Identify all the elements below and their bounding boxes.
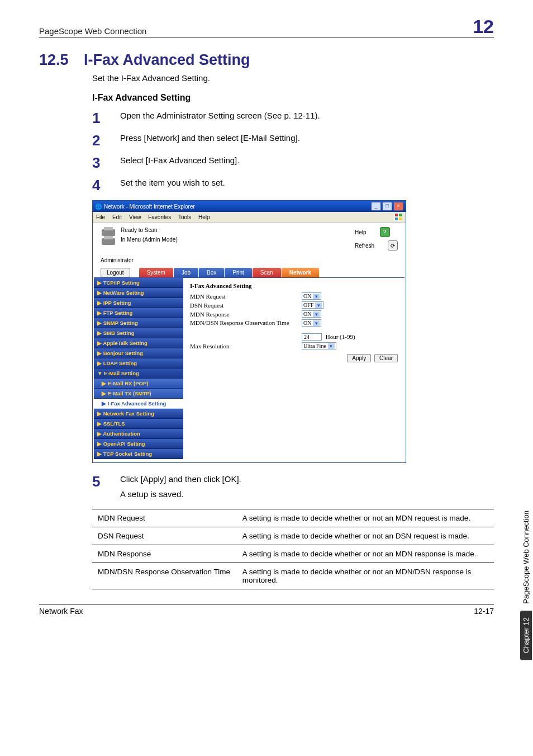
steps-list-cont: 5 Click [Apply] and then click [OK]. A s… <box>92 474 494 499</box>
section-heading: 12.5I-Fax Advanced Setting <box>39 51 494 69</box>
cell-key: MDN Request <box>92 509 237 527</box>
nav-email-rx[interactable]: ▶ E-Mail RX (POP) <box>94 379 183 389</box>
nav-tcpsock[interactable]: ▶ TCP Socket Setting <box>94 449 183 459</box>
step-number: 4 <box>92 178 120 192</box>
minimize-button[interactable]: _ <box>371 202 381 211</box>
step-text: Select [I-Fax Advanced Setting]. <box>120 155 239 165</box>
step-number: 3 <box>92 155 120 170</box>
content-pane: I-Fax Advanced Setting MDN Request ON▾ D… <box>183 278 404 459</box>
nav-bonjour[interactable]: ▶ Bonjour Setting <box>94 348 183 358</box>
menu-favorites[interactable]: Favorites <box>148 214 171 220</box>
nav-ifax-adv[interactable]: ▶ I-Fax Advanced Setting <box>94 399 183 409</box>
step-4: 4Set the item you wish to set. <box>92 178 494 192</box>
step-5: 5 Click [Apply] and then click [OK]. A s… <box>92 474 494 499</box>
nav-auth[interactable]: ▶ Authentication <box>94 429 183 439</box>
dsn-request-label: DSN Request <box>190 302 302 309</box>
tab-scan[interactable]: Scan <box>253 268 281 277</box>
step-number: 5 <box>92 474 120 489</box>
side-tab-light: PageScope Web Connection <box>520 511 532 611</box>
maximize-button[interactable]: □ <box>382 202 392 211</box>
menu-view[interactable]: View <box>129 214 141 220</box>
tab-strip: System Job Box Print Scan Network <box>139 268 320 277</box>
tab-box[interactable]: Box <box>199 268 224 277</box>
logout-button[interactable]: Logout <box>101 268 130 277</box>
mdndsn-time-select[interactable]: ON▾ <box>302 319 321 327</box>
steps-list: 1Open the Administrator Setting screen (… <box>92 111 494 192</box>
nav-email[interactable]: ▼ E-Mail Setting <box>94 368 183 379</box>
tab-network[interactable]: Network <box>282 268 319 277</box>
step-text: Press [Network] and then select [E-Mail … <box>120 133 300 143</box>
nav-snmp[interactable]: ▶ SNMP Setting <box>94 318 183 328</box>
nav-ipp[interactable]: ▶ IPP Setting <box>94 298 183 308</box>
nav-ssl[interactable]: ▶ SSL/TLS <box>94 419 183 429</box>
help-icon[interactable]: ? <box>380 227 390 237</box>
ie-icon: 🌐 <box>95 204 102 210</box>
embedded-screenshot: 🌐 Network - Microsoft Internet Explorer … <box>92 200 406 463</box>
settings-table: MDN Request A setting is made to decide … <box>92 509 494 589</box>
nav-openapi[interactable]: ▶ OpenAPI Setting <box>94 439 183 449</box>
step-1: 1Open the Administrator Setting screen (… <box>92 111 494 125</box>
refresh-link[interactable]: Refresh <box>355 243 374 249</box>
nav-appletalk[interactable]: ▶ AppleTalk Setting <box>94 338 183 348</box>
mdn-request-label: MDN Request <box>190 293 302 300</box>
nav-ldap[interactable]: ▶ LDAP Setting <box>94 358 183 368</box>
maxres-select[interactable]: Ultra Fine▾ <box>302 342 336 349</box>
section-title: I-Fax Advanced Setting <box>84 51 250 68</box>
dsn-request-select[interactable]: OFF▾ <box>302 301 323 309</box>
section-lead: Set the I-Fax Advanced Setting. <box>92 73 494 83</box>
menu-help[interactable]: Help <box>198 214 210 220</box>
svg-rect-2 <box>104 227 113 230</box>
refresh-icon[interactable]: ⟳ <box>388 240 398 251</box>
nav-netfax[interactable]: ▶ Network Fax Setting <box>94 409 183 419</box>
form-title: I-Fax Advanced Setting <box>190 282 398 289</box>
footer-left: Network Fax <box>39 607 83 616</box>
menu-edit[interactable]: Edit <box>112 214 122 220</box>
clear-button[interactable]: Clear <box>374 354 398 362</box>
table-row: DSN Request A setting is made to decide … <box>92 527 494 545</box>
table-row: MDN Response A setting is made to decide… <box>92 545 494 563</box>
mdndsn-time-label: MDN/DSN Response Observation Time <box>190 319 302 326</box>
cell-key: DSN Request <box>92 527 237 545</box>
cell-val: A setting is made to decide whether or n… <box>237 509 494 527</box>
maxres-label: Max Resolution <box>190 343 302 349</box>
help-link[interactable]: Help <box>355 229 367 235</box>
nav-sidebar: ▶ TCP/IP Setting ▶ NetWare Setting ▶ IPP… <box>94 278 183 459</box>
table-row: MDN/DSN Response Observation Time A sett… <box>92 563 494 589</box>
menu-file[interactable]: File <box>96 214 105 220</box>
cell-key: MDN Response <box>92 545 237 563</box>
side-tab: PageScope Web Connection Chapter 12 <box>518 425 533 660</box>
tab-print[interactable]: Print <box>225 268 252 277</box>
step-2: 2Press [Network] and then select [E-Mail… <box>92 133 494 148</box>
admin-label: Administrator <box>93 255 406 266</box>
footer-right: 12-17 <box>474 607 494 616</box>
nav-email-tx[interactable]: ▶ E-Mail TX (SMTP) <box>94 389 183 399</box>
nav-netware[interactable]: ▶ NetWare Setting <box>94 288 183 298</box>
cell-key: MDN/DSN Response Observation Time <box>92 563 237 589</box>
cell-val: A setting is made to decide whether or n… <box>237 545 494 563</box>
apply-button[interactable]: Apply <box>347 354 371 362</box>
step-number: 1 <box>92 111 120 125</box>
table-row: MDN Request A setting is made to decide … <box>92 509 494 527</box>
mdndsn-time-input[interactable]: 24 <box>302 333 322 341</box>
step-number: 2 <box>92 133 120 148</box>
menu-tools[interactable]: Tools <box>178 214 191 220</box>
mdn-response-select[interactable]: ON▾ <box>302 310 321 318</box>
tab-job[interactable]: Job <box>174 268 198 277</box>
nav-tcpip[interactable]: ▶ TCP/IP Setting <box>94 278 183 288</box>
tab-system[interactable]: System <box>139 268 173 277</box>
step-text: Open the Administrator Setting screen (S… <box>120 111 320 120</box>
cell-val: A setting is made to decide whether or n… <box>237 563 494 589</box>
nav-ftp[interactable]: ▶ FTP Setting <box>94 308 183 318</box>
printer-icon <box>101 227 116 247</box>
running-head: PageScope Web Connection 12 <box>39 17 494 37</box>
step-text: Click [Apply] and then click [OK]. <box>120 474 241 484</box>
nav-smb[interactable]: ▶ SMB Setting <box>94 328 183 338</box>
status-mode: In Menu (Admin Mode) <box>121 237 178 243</box>
close-button[interactable]: × <box>393 202 403 211</box>
chevron-down-icon: ▾ <box>328 343 335 349</box>
window-title: Network - Microsoft Internet Explorer <box>104 204 195 210</box>
step-subtext: A setup is saved. <box>120 489 241 499</box>
mdn-response-label: MDN Response <box>190 311 302 318</box>
chevron-down-icon: ▾ <box>313 294 320 299</box>
mdn-request-select[interactable]: ON▾ <box>302 292 321 300</box>
